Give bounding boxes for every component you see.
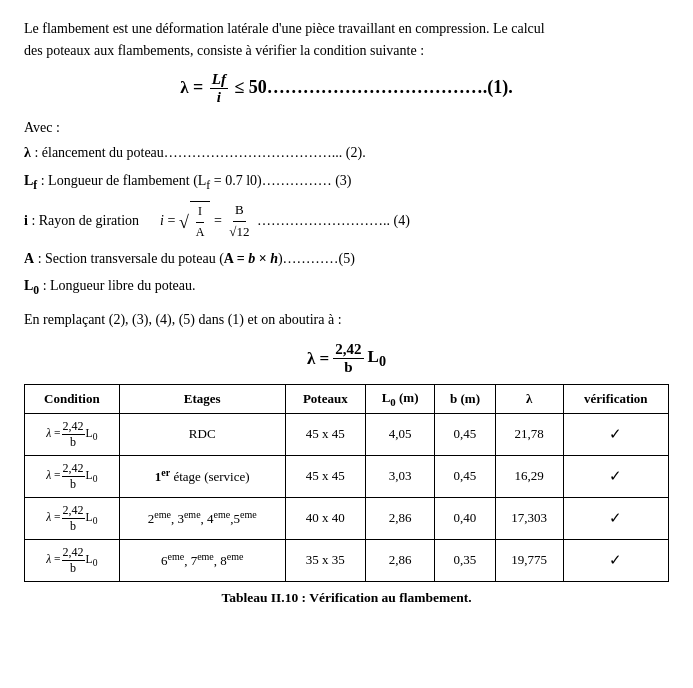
verification-table: Condition Etages Poteaux L0 (m) b (m) λ … — [24, 384, 669, 582]
poteaux-cell: 35 x 35 — [285, 539, 365, 581]
table-row: λ =2,42bL0 1er étage (service) 45 x 45 3… — [25, 455, 669, 497]
l0-cell: 2,86 — [365, 497, 434, 539]
col-condition: Condition — [25, 385, 120, 414]
def-l0: L0 : Longueur libre du poteau. — [24, 275, 669, 300]
verif-cell: ✓ — [563, 497, 668, 539]
etage-cell: 1er étage (service) — [119, 455, 285, 497]
intro-line1: Le flambement est une déformation latéra… — [24, 21, 545, 36]
b-cell: 0,35 — [435, 539, 495, 581]
condition-cell: λ =2,42bL0 — [25, 539, 120, 581]
table-header-row: Condition Etages Poteaux L0 (m) b (m) λ … — [25, 385, 669, 414]
l0-cell: 2,86 — [365, 539, 434, 581]
verif-cell: ✓ — [563, 455, 668, 497]
lambda-final-formula: λ = 2,42 b L0 — [24, 341, 669, 376]
main-formula: λ = Lf i ≤ 50……………………………….(1). — [24, 71, 669, 106]
verif-cell: ✓ — [563, 413, 668, 455]
condition-cell: λ =2,42bL0 — [25, 455, 120, 497]
def-a: A : Section transversale du poteau (A = … — [24, 248, 669, 270]
b-cell: 0,40 — [435, 497, 495, 539]
def-i: i : Rayon de giration i = √ I A = B √12 … — [24, 200, 669, 243]
remplacement-text: En remplaçant (2), (3), (4), (5) dans (1… — [24, 309, 669, 331]
intro-paragraph: Le flambement est une déformation latéra… — [24, 18, 669, 61]
def-lambda: λ : élancement du poteau………………………………... … — [24, 142, 669, 164]
table-row: λ =2,42bL0 RDC 45 x 45 4,05 0,45 21,78 ✓ — [25, 413, 669, 455]
l0-cell: 3,03 — [365, 455, 434, 497]
col-verification: vérification — [563, 385, 668, 414]
def-lf: Lf : Longueur de flambement (Lf = 0.7 l0… — [24, 170, 669, 195]
lf-over-i: Lf i — [210, 71, 228, 106]
verif-cell: ✓ — [563, 539, 668, 581]
etage-cell: 2eme, 3eme, 4eme,5eme — [119, 497, 285, 539]
condition-cell: λ =2,42bL0 — [25, 413, 120, 455]
b-cell: 0,45 — [435, 455, 495, 497]
col-l0: L0 (m) — [365, 385, 434, 414]
b-cell: 0,45 — [435, 413, 495, 455]
etage-cell: 6eme, 7eme, 8eme — [119, 539, 285, 581]
col-b: b (m) — [435, 385, 495, 414]
col-poteaux: Poteaux — [285, 385, 365, 414]
avec-label: Avec : — [24, 120, 669, 136]
table-row: λ =2,42bL0 6eme, 7eme, 8eme 35 x 35 2,86… — [25, 539, 669, 581]
col-etages: Etages — [119, 385, 285, 414]
intro-line2: des poteaux aux flambements, consiste à … — [24, 43, 424, 58]
l0-cell: 4,05 — [365, 413, 434, 455]
etage-cell: RDC — [119, 413, 285, 455]
lambda-cell: 19,775 — [495, 539, 563, 581]
lambda-cell: 16,29 — [495, 455, 563, 497]
table-caption: Tableau II.10 : Vérification au flambeme… — [24, 590, 669, 606]
sqrt-formula: √ I A — [179, 201, 211, 241]
poteaux-cell: 45 x 45 — [285, 413, 365, 455]
poteaux-cell: 40 x 40 — [285, 497, 365, 539]
poteaux-cell: 45 x 45 — [285, 455, 365, 497]
condition-cell: λ =2,42bL0 — [25, 497, 120, 539]
table-row: λ =2,42bL0 2eme, 3eme, 4eme,5eme 40 x 40… — [25, 497, 669, 539]
col-lambda: λ — [495, 385, 563, 414]
lambda-cell: 17,303 — [495, 497, 563, 539]
lambda-cell: 21,78 — [495, 413, 563, 455]
